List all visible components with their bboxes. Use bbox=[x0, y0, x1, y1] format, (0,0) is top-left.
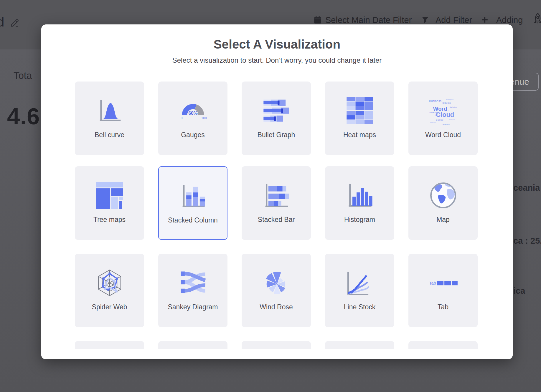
visualization-label: Sankey Diagram bbox=[165, 303, 221, 311]
visualization-label: Bell curve bbox=[92, 130, 127, 139]
plus-icon bbox=[481, 16, 489, 25]
wordcloud-word: Cloud bbox=[436, 111, 454, 118]
visualization-label: Spider Web bbox=[89, 303, 130, 311]
legend-fragment-america: ica bbox=[513, 286, 525, 296]
filter-funnel-icon bbox=[421, 16, 429, 25]
bullet-graph-icon bbox=[260, 94, 293, 127]
visualization-card-stacked-bar[interactable]: Stacked Bar bbox=[242, 166, 311, 240]
stacked-bar-icon bbox=[260, 179, 293, 212]
wordcloud-word: Social bbox=[436, 118, 443, 121]
wordcloud-word: Marketing bbox=[449, 106, 457, 108]
wordcloud-word: Database bbox=[441, 123, 449, 125]
tab-icon: Tab bbox=[427, 267, 459, 299]
calendar-icon bbox=[314, 16, 322, 25]
line-stock-icon bbox=[344, 267, 376, 299]
visualization-card-tree-maps[interactable]: Tree maps bbox=[75, 166, 144, 240]
visualization-label: Gauges bbox=[178, 130, 208, 139]
visualization-card-wind-rose[interactable]: Wind Rose bbox=[242, 254, 311, 327]
visualization-card-tab[interactable]: Tab Tab bbox=[408, 254, 478, 327]
legend-fragment-africa: ca : 25.95 bbox=[513, 236, 541, 246]
gauge-value-label: 60% bbox=[188, 111, 197, 116]
visualization-card-stacked-column[interactable]: Stacked Column bbox=[158, 166, 227, 240]
metric-label-fragment: Tota bbox=[14, 70, 32, 81]
rocket-icon bbox=[532, 12, 541, 26]
wordcloud-word: Business bbox=[429, 99, 441, 103]
wordcloud-word: Analytics bbox=[446, 99, 454, 101]
stacked-column-icon bbox=[177, 180, 209, 212]
adding-button: Adding bbox=[496, 15, 523, 25]
heat-maps-icon bbox=[344, 94, 376, 127]
select-main-date-filter-button: Select Main Date Filter bbox=[325, 15, 412, 25]
visualization-card-sankey-diagram[interactable]: Sankey Diagram bbox=[158, 254, 227, 327]
gauge-min-label: 0 bbox=[181, 116, 182, 120]
gauge-max-label: 100 bbox=[201, 116, 207, 120]
visualization-label: Stacked Column bbox=[165, 216, 221, 225]
visualization-card-gauges[interactable]: 60% 0 100 Gauges bbox=[158, 82, 227, 155]
wind-rose-icon bbox=[260, 267, 293, 299]
modal-subtitle: Select a visualization to start. Don’t w… bbox=[41, 56, 513, 64]
visualization-card-spider-web[interactable]: Spider Web bbox=[75, 254, 144, 327]
visualization-card-map[interactable]: Map bbox=[408, 166, 478, 240]
dashboard-title-fragment: d bbox=[0, 15, 4, 29]
bell-curve-icon bbox=[93, 94, 126, 127]
word-cloud-icon: Business Analytics BigData Word IT Marke… bbox=[427, 94, 459, 127]
visualization-card-histogram[interactable]: Histogram bbox=[325, 166, 394, 240]
spider-web-icon bbox=[93, 267, 126, 299]
modal-title: Select A Visualization bbox=[41, 37, 513, 52]
tree-maps-icon bbox=[93, 179, 126, 212]
visualization-card-bell-curve[interactable]: Bell curve bbox=[75, 82, 144, 155]
visualization-card-bullet-graph[interactable]: Bullet Graph bbox=[242, 82, 311, 155]
gauges-icon: 60% 0 100 bbox=[177, 94, 209, 127]
wordcloud-word: Fitness bbox=[430, 122, 436, 124]
visualization-label: Bullet Graph bbox=[255, 130, 298, 139]
edit-pencil-icon bbox=[10, 18, 19, 29]
visualization-label: Tree maps bbox=[90, 215, 128, 224]
select-visualization-modal: Select A Visualization Select a visualiz… bbox=[41, 24, 513, 359]
legend-fragment-oceania: ceania : 8 bbox=[513, 183, 541, 193]
visualization-card-heat-maps[interactable]: Heat maps bbox=[325, 82, 394, 155]
wordcloud-word: analyze bbox=[449, 119, 455, 120]
visualization-label: Word Cloud bbox=[422, 130, 464, 139]
tab-icon-text: Tab bbox=[429, 281, 436, 285]
sankey-diagram-icon bbox=[177, 267, 209, 299]
map-icon bbox=[427, 179, 459, 212]
visualization-label: Map bbox=[433, 215, 453, 224]
wordcloud-word: BigData bbox=[442, 102, 451, 104]
modal-bottom-padding bbox=[41, 349, 513, 359]
visualization-label: Stacked Bar bbox=[255, 215, 298, 224]
visualization-label: Wind Rose bbox=[257, 303, 296, 311]
add-filter-button: Add Filter bbox=[436, 15, 472, 25]
visualization-card-line-stock[interactable]: Line Stock bbox=[325, 254, 394, 327]
histogram-icon bbox=[344, 179, 376, 212]
visualization-label: Line Stock bbox=[341, 303, 378, 311]
visualization-label: Histogram bbox=[341, 215, 378, 224]
visualization-label: Heat maps bbox=[340, 130, 379, 139]
visualization-card-word-cloud[interactable]: Business Analytics BigData Word IT Marke… bbox=[408, 82, 478, 155]
visualization-label: Tab bbox=[435, 303, 451, 311]
metric-value-fragment: 4.6 bbox=[7, 103, 40, 130]
